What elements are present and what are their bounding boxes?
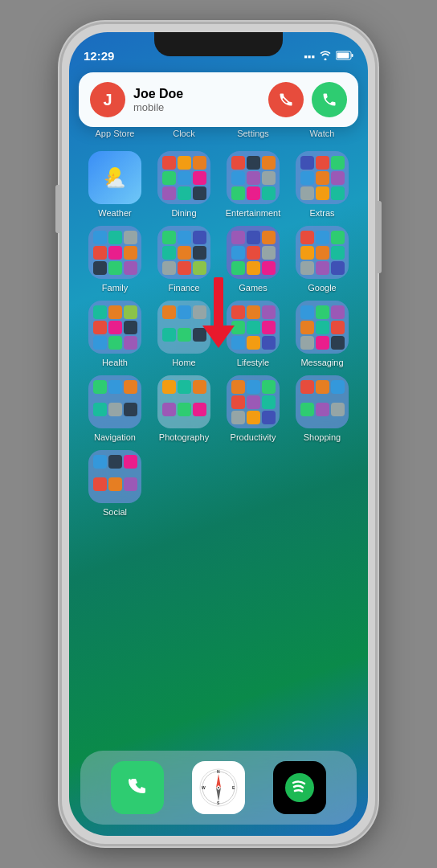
caller-avatar: J [90,82,125,117]
app-clock-label: Clock [155,129,213,138]
productivity-folder-icon [227,375,280,428]
app-social[interactable]: Social [84,450,146,517]
app-row-3: Health Home [77,301,360,367]
svg-point-15 [285,773,314,802]
social-folder-icon [88,450,141,503]
app-google[interactable]: Google [291,226,353,293]
app-family[interactable]: Family [84,226,146,293]
finance-folder-icon [157,226,210,279]
app-row-2: Family [77,226,360,293]
google-folder-icon [296,226,349,279]
app-games[interactable]: Games [222,226,284,293]
dock-phone[interactable] [111,761,164,814]
app-shopping[interactable]: Shopping [291,375,353,442]
shopping-label: Shopping [304,432,341,442]
app-entertainment[interactable]: Entertainment [222,151,284,218]
lifestyle-folder-icon [227,301,280,354]
photography-folder-icon [157,375,210,428]
svg-text:⛅: ⛅ [104,170,126,192]
family-folder-icon [88,226,141,279]
svg-rect-2 [352,54,353,57]
productivity-label: Productivity [231,432,276,442]
app-navigation[interactable]: Navigation [84,375,146,442]
app-appstore-label: App Store [86,129,144,138]
app-extras[interactable]: Extras [291,151,353,218]
caller-info: Joe Doe mobile [133,87,268,113]
apps-area: App Store Clock Settings Watch ⛅ Weather [77,129,360,747]
app-finance[interactable]: Finance [153,226,215,293]
extras-label: Extras [309,208,334,218]
app-empty-3 [291,450,353,517]
health-label: Health [102,358,128,367]
app-row-1: ⛅ Weather [77,151,360,218]
app-health[interactable]: Health [84,301,146,367]
games-folder-icon [227,226,280,279]
caller-name: Joe Doe [133,87,268,101]
google-label: Google [308,283,336,293]
status-time: 12:29 [84,49,114,63]
home-label: Home [172,358,195,367]
accept-button[interactable] [312,82,347,117]
app-settings-label: Settings [224,129,282,138]
navigation-label: Navigation [94,432,136,442]
battery-icon [336,51,353,63]
app-row-5: Social [77,450,360,517]
app-productivity[interactable]: Productivity [222,375,284,442]
weather-label: Weather [98,208,131,218]
status-icons: ▪▪▪ [304,51,353,63]
app-row-4: Navigation Photography [77,375,360,442]
wifi-icon [319,51,332,63]
app-empty-1 [153,450,215,517]
svg-text:W: W [202,785,206,790]
caller-type: mobile [133,101,268,113]
entertainment-folder-icon [227,151,280,204]
app-lifestyle[interactable]: Lifestyle [222,301,284,367]
dock-spotify[interactable] [273,761,326,814]
navigation-folder-icon [88,375,141,428]
messaging-folder-icon [296,301,349,354]
svg-rect-1 [337,53,349,59]
app-empty-2 [222,450,284,517]
signal-icon: ▪▪▪ [304,51,315,63]
app-photography[interactable]: Photography [153,375,215,442]
finance-label: Finance [168,283,199,293]
games-label: Games [239,283,267,293]
phone-frame: 12:29 ▪▪▪ J [62,24,375,844]
shopping-folder-icon [296,375,349,428]
top-row-partial: App Store Clock Settings Watch [77,129,360,138]
svg-text:N: N [217,769,220,774]
family-label: Family [102,283,128,293]
messaging-label: Messaging [300,358,343,367]
decline-button[interactable] [268,82,304,117]
app-dining[interactable]: Dining [153,151,215,218]
app-home[interactable]: Home [153,301,215,367]
dock-safari[interactable]: N E S W [192,761,245,814]
social-label: Social [103,507,127,517]
dock: N E S W [80,751,357,825]
call-buttons [268,82,347,117]
lifestyle-label: Lifestyle [237,358,269,367]
weather-icon: ⛅ [88,151,141,204]
call-banner[interactable]: J Joe Doe mobile [79,72,358,127]
dining-folder-icon [157,151,210,204]
notch [154,32,283,56]
app-watch-label: Watch [293,129,351,138]
phone-screen: 12:29 ▪▪▪ J [69,32,368,836]
home-folder-icon [157,301,210,354]
dining-label: Dining [171,208,196,218]
extras-folder-icon [296,151,349,204]
photography-label: Photography [159,432,209,442]
health-folder-icon [88,301,141,354]
svg-point-8 [218,787,219,788]
app-messaging[interactable]: Messaging [291,301,353,367]
entertainment-label: Entertainment [226,208,280,218]
app-weather[interactable]: ⛅ Weather [84,151,146,218]
